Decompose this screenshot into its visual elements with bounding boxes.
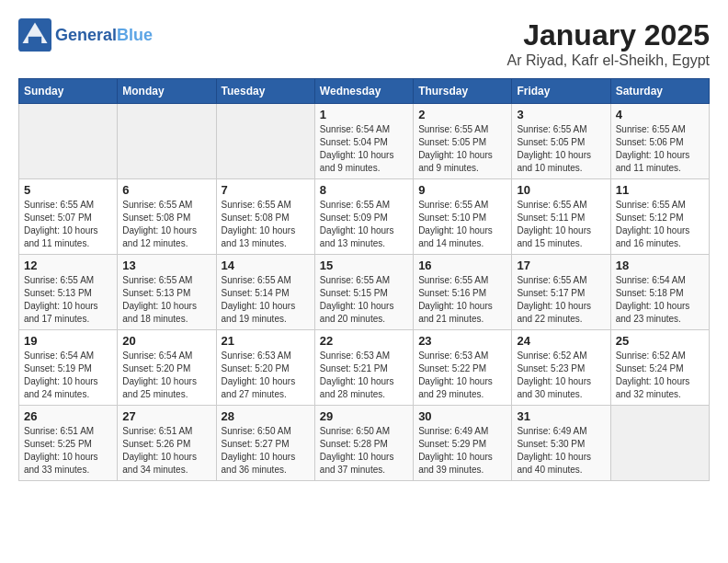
day-of-week-header: Sunday [19, 79, 118, 104]
calendar-week-row: 12Sunrise: 6:55 AMSunset: 5:13 PMDayligh… [19, 255, 710, 330]
day-info: Sunrise: 6:55 AMSunset: 5:05 PMDaylight:… [418, 123, 506, 175]
calendar-cell: 15Sunrise: 6:55 AMSunset: 5:15 PMDayligh… [314, 255, 413, 330]
day-info: Sunrise: 6:49 AMSunset: 5:29 PMDaylight:… [418, 425, 506, 477]
day-of-week-header: Wednesday [314, 79, 413, 104]
day-number: 29 [320, 409, 408, 423]
day-number: 4 [616, 108, 704, 121]
day-number: 15 [320, 259, 408, 272]
day-info: Sunrise: 6:55 AMSunset: 5:10 PMDaylight:… [418, 199, 506, 250]
day-info: Sunrise: 6:53 AMSunset: 5:21 PMDaylight:… [320, 350, 408, 401]
day-number: 28 [222, 409, 310, 423]
day-number: 6 [122, 183, 210, 197]
calendar-header-row: SundayMondayTuesdayWednesdayThursdayFrid… [19, 79, 710, 104]
day-number: 27 [122, 409, 210, 423]
day-of-week-header: Tuesday [216, 79, 314, 104]
day-info: Sunrise: 6:55 AMSunset: 5:13 PMDaylight:… [122, 274, 210, 326]
calendar-table: SundayMondayTuesdayWednesdayThursdayFrid… [18, 78, 710, 481]
page-subtitle: Ar Riyad, Kafr el-Sheikh, Egypt [506, 52, 710, 69]
day-info: Sunrise: 6:51 AMSunset: 5:25 PMDaylight:… [24, 425, 112, 477]
day-info: Sunrise: 6:54 AMSunset: 5:19 PMDaylight:… [24, 350, 112, 401]
day-number: 8 [320, 183, 408, 197]
calendar-cell: 2Sunrise: 6:55 AMSunset: 5:05 PMDaylight… [414, 104, 512, 179]
day-info: Sunrise: 6:55 AMSunset: 5:15 PMDaylight:… [320, 274, 408, 326]
day-info: Sunrise: 6:50 AMSunset: 5:27 PMDaylight:… [222, 425, 310, 477]
calendar-cell: 5Sunrise: 6:55 AMSunset: 5:07 PMDaylight… [19, 179, 118, 255]
calendar-cell: 14Sunrise: 6:55 AMSunset: 5:14 PMDayligh… [216, 255, 314, 330]
calendar-cell: 21Sunrise: 6:53 AMSunset: 5:20 PMDayligh… [216, 330, 314, 406]
calendar-cell [216, 104, 314, 179]
day-info: Sunrise: 6:55 AMSunset: 5:13 PMDaylight:… [24, 274, 112, 326]
day-info: Sunrise: 6:55 AMSunset: 5:14 PMDaylight:… [222, 274, 310, 326]
day-number: 1 [320, 108, 408, 121]
day-number: 25 [616, 334, 704, 348]
calendar-cell: 19Sunrise: 6:54 AMSunset: 5:19 PMDayligh… [19, 330, 118, 406]
day-of-week-header: Thursday [414, 79, 512, 104]
day-number: 23 [418, 334, 506, 348]
calendar-week-row: 19Sunrise: 6:54 AMSunset: 5:19 PMDayligh… [19, 330, 710, 406]
day-number: 10 [517, 183, 605, 197]
calendar-cell: 22Sunrise: 6:53 AMSunset: 5:21 PMDayligh… [314, 330, 413, 406]
day-info: Sunrise: 6:53 AMSunset: 5:22 PMDaylight:… [418, 350, 506, 401]
calendar-cell: 30Sunrise: 6:49 AMSunset: 5:29 PMDayligh… [414, 406, 512, 481]
day-info: Sunrise: 6:55 AMSunset: 5:17 PMDaylight:… [517, 274, 605, 326]
day-info: Sunrise: 6:50 AMSunset: 5:28 PMDaylight:… [320, 425, 408, 477]
day-info: Sunrise: 6:55 AMSunset: 5:11 PMDaylight:… [517, 199, 605, 250]
calendar-cell: 6Sunrise: 6:55 AMSunset: 5:08 PMDaylight… [118, 179, 216, 255]
logo-icon [18, 18, 51, 52]
calendar-week-row: 1Sunrise: 6:54 AMSunset: 5:04 PMDaylight… [19, 104, 710, 179]
day-info: Sunrise: 6:49 AMSunset: 5:30 PMDaylight:… [517, 425, 605, 477]
calendar-cell: 3Sunrise: 6:55 AMSunset: 5:05 PMDaylight… [512, 104, 610, 179]
calendar-cell: 11Sunrise: 6:55 AMSunset: 5:12 PMDayligh… [610, 179, 709, 255]
day-number: 26 [24, 409, 112, 423]
day-of-week-header: Saturday [610, 79, 709, 104]
day-number: 9 [418, 183, 506, 197]
day-number: 21 [222, 334, 310, 348]
calendar-week-row: 26Sunrise: 6:51 AMSunset: 5:25 PMDayligh… [19, 406, 710, 481]
day-info: Sunrise: 6:52 AMSunset: 5:24 PMDaylight:… [616, 350, 704, 401]
day-of-week-header: Friday [512, 79, 610, 104]
logo-text: GeneralBlue [55, 26, 153, 45]
day-number: 7 [222, 183, 310, 197]
calendar-cell: 13Sunrise: 6:55 AMSunset: 5:13 PMDayligh… [118, 255, 216, 330]
day-info: Sunrise: 6:55 AMSunset: 5:09 PMDaylight:… [320, 199, 408, 250]
day-info: Sunrise: 6:54 AMSunset: 5:18 PMDaylight:… [616, 274, 704, 326]
calendar-cell: 4Sunrise: 6:55 AMSunset: 5:06 PMDaylight… [610, 104, 709, 179]
calendar-cell: 28Sunrise: 6:50 AMSunset: 5:27 PMDayligh… [216, 406, 314, 481]
calendar-cell: 16Sunrise: 6:55 AMSunset: 5:16 PMDayligh… [414, 255, 512, 330]
day-number: 22 [320, 334, 408, 348]
day-number: 3 [517, 108, 605, 121]
calendar-cell: 23Sunrise: 6:53 AMSunset: 5:22 PMDayligh… [414, 330, 512, 406]
day-number: 18 [616, 259, 704, 272]
calendar-cell: 25Sunrise: 6:52 AMSunset: 5:24 PMDayligh… [610, 330, 709, 406]
calendar-cell: 17Sunrise: 6:55 AMSunset: 5:17 PMDayligh… [512, 255, 610, 330]
calendar-cell: 31Sunrise: 6:49 AMSunset: 5:30 PMDayligh… [512, 406, 610, 481]
day-number: 12 [24, 259, 112, 272]
calendar-cell: 20Sunrise: 6:54 AMSunset: 5:20 PMDayligh… [118, 330, 216, 406]
day-info: Sunrise: 6:55 AMSunset: 5:07 PMDaylight:… [24, 199, 112, 250]
calendar-cell: 8Sunrise: 6:55 AMSunset: 5:09 PMDaylight… [314, 179, 413, 255]
day-info: Sunrise: 6:55 AMSunset: 5:12 PMDaylight:… [616, 199, 704, 250]
page-title: January 2025 [506, 18, 710, 52]
calendar-cell: 29Sunrise: 6:50 AMSunset: 5:28 PMDayligh… [314, 406, 413, 481]
calendar-cell: 12Sunrise: 6:55 AMSunset: 5:13 PMDayligh… [19, 255, 118, 330]
calendar-cell: 10Sunrise: 6:55 AMSunset: 5:11 PMDayligh… [512, 179, 610, 255]
calendar-cell: 9Sunrise: 6:55 AMSunset: 5:10 PMDaylight… [414, 179, 512, 255]
day-info: Sunrise: 6:51 AMSunset: 5:26 PMDaylight:… [122, 425, 210, 477]
day-info: Sunrise: 6:55 AMSunset: 5:06 PMDaylight:… [616, 123, 704, 175]
svg-rect-2 [28, 37, 41, 43]
day-info: Sunrise: 6:52 AMSunset: 5:23 PMDaylight:… [517, 350, 605, 401]
logo-blue: Blue [117, 26, 153, 44]
day-number: 13 [122, 259, 210, 272]
calendar-cell: 7Sunrise: 6:55 AMSunset: 5:08 PMDaylight… [216, 179, 314, 255]
day-number: 5 [24, 183, 112, 197]
day-number: 16 [418, 259, 506, 272]
day-number: 31 [517, 409, 605, 423]
day-info: Sunrise: 6:54 AMSunset: 5:20 PMDaylight:… [122, 350, 210, 401]
day-number: 17 [517, 259, 605, 272]
day-number: 24 [517, 334, 605, 348]
title-block: January 2025 Ar Riyad, Kafr el-Sheikh, E… [506, 18, 710, 69]
day-number: 14 [222, 259, 310, 272]
day-info: Sunrise: 6:54 AMSunset: 5:04 PMDaylight:… [320, 123, 408, 175]
day-info: Sunrise: 6:55 AMSunset: 5:05 PMDaylight:… [517, 123, 605, 175]
calendar-cell [610, 406, 709, 481]
